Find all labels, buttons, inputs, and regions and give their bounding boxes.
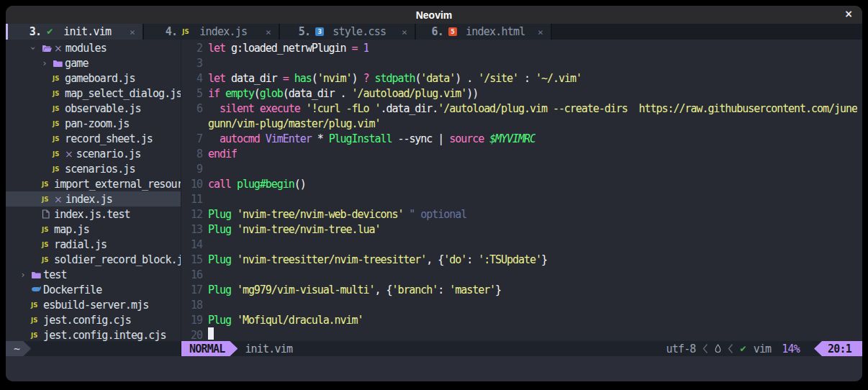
tab-close-icon[interactable]: × — [538, 27, 543, 37]
code-line[interactable]: 3 — [181, 55, 862, 71]
line-number: 9 — [181, 163, 208, 176]
folder-open-icon — [42, 44, 53, 53]
code-line[interactable]: 13 Plug 'nvim-tree/nvim-tree.lua' — [181, 222, 862, 237]
tree-item-Dockerfile[interactable]: Dockerfile — [6, 282, 181, 297]
tree-item-label: map.js — [54, 223, 89, 236]
tree-item-test[interactable]: › test — [6, 267, 181, 282]
separator-slot-1 — [702, 343, 708, 354]
git-status-badge: × — [65, 148, 73, 160]
tree-item-record_sheet.js[interactable]: JS record_sheet.js — [6, 131, 181, 146]
code-line[interactable]: 15 Plug 'nvim-treesitter/nvim-treesitter… — [181, 252, 862, 267]
line-number: 14 — [181, 238, 208, 251]
tree-item-label: gameboard.js — [65, 72, 135, 85]
code-text: Plug 'nvim-tree/nvim-tree.lua' — [208, 223, 380, 236]
javascript-icon: JS — [53, 120, 59, 127]
code-text: Plug 'Mofiqul/dracula.nvim' — [208, 314, 363, 327]
line-number: 17 — [181, 284, 208, 296]
code-line[interactable]: 11 — [181, 191, 862, 207]
code-line[interactable]: 6 silent execute '!curl -fLo '.data_dir.… — [181, 101, 862, 116]
tree-item-map_select_dialog.js[interactable]: JS map_select_dialog.js — [6, 86, 181, 101]
code-text: Plug 'nvim-tree/nvim-web-devicons' " opt… — [208, 208, 466, 221]
line-number: 18 — [181, 299, 208, 312]
code-line[interactable]: 2 let g:loaded_netrwPlugin = 1 — [181, 40, 862, 55]
code-text: endif — [208, 148, 237, 160]
line-number: 10 — [181, 178, 208, 191]
line-number: 3 — [181, 57, 208, 70]
tree-item-label: radial.js — [54, 238, 107, 251]
tree-item-label: record_sheet.js — [65, 132, 153, 145]
code-line[interactable]: 8 endif — [181, 146, 862, 161]
git-status-badge: × — [54, 42, 62, 54]
status-line: ~ NORMAL init.vim utf-8 ✔ vim 14% 20:1 — [6, 341, 862, 356]
line-number: 2 — [181, 42, 208, 55]
tree-item-observable.js[interactable]: JS observable.js — [6, 101, 181, 116]
code-line[interactable]: 16 — [181, 267, 862, 282]
code-line[interactable]: 14 — [181, 237, 862, 252]
tree-item-scenario.js[interactable]: JS ×scenario.js — [6, 146, 181, 161]
tree-item-gameboard.js[interactable]: JS gameboard.js — [6, 71, 181, 86]
tab-index.js[interactable]: 4. JS index.js × — [144, 24, 280, 40]
scroll-progress: 14% — [782, 343, 800, 355]
tree-item-label: scenario.js — [76, 148, 140, 160]
tree-item-jest.config.cjs[interactable]: JS jest.config.cjs — [6, 312, 181, 327]
code-line[interactable]: 9 — [181, 161, 862, 176]
tab-close-icon[interactable]: × — [266, 27, 271, 37]
javascript-icon: JS — [53, 90, 59, 97]
tree-item-label: pan-zoom.js — [65, 117, 129, 130]
status-filename: init.vim — [245, 341, 292, 356]
tree-item-esbuild-server.mjs[interactable]: JS esbuild-server.mjs — [6, 297, 181, 312]
tree-item-import_external_resour[interactable]: JS import_external_resour — [6, 176, 181, 191]
code-line[interactable]: 4 let data_dir = has('nvim') ? stdpath('… — [181, 71, 862, 86]
command-line-area[interactable] — [6, 356, 862, 381]
file-type-icon-slot — [31, 286, 43, 294]
code-line[interactable]: 5 if empty(glob(data_dir . '/autoload/pl… — [181, 86, 862, 101]
line-number: 20 — [181, 329, 208, 342]
code-line[interactable]: 7 autocmd VimEnter * PlugInstall --sync … — [181, 131, 862, 146]
code-line[interactable]: 19 Plug 'Mofiqul/dracula.nvim' — [181, 312, 862, 327]
tab-close-icon[interactable]: × — [402, 27, 407, 37]
code-text: call plug#begin() — [208, 178, 306, 191]
tree-item-radial.js[interactable]: JS radial.js — [6, 237, 181, 252]
javascript-icon: JS — [31, 317, 37, 324]
file-type-icon-slot: JS — [42, 181, 54, 188]
tree-item-jest.config.integ.cjs[interactable]: JS jest.config.integ.cjs — [6, 327, 181, 341]
code-text: silent execute '!curl -fLo '.data_dir.'/… — [208, 102, 857, 115]
code-line[interactable]: 18 — [181, 297, 862, 312]
folder-icon — [53, 59, 63, 68]
tab-bar-tabs: 3. ✔ init.vim × 4. JS index.js × 5. 3 st… — [8, 24, 552, 40]
tree-item-scenarios.js[interactable]: JS scenarios.js — [6, 161, 181, 176]
code-line[interactable]: 10 call plug#begin() — [181, 176, 862, 191]
code-line[interactable]: 12 Plug 'nvim-tree/nvim-web-devicons' " … — [181, 207, 862, 222]
tab-icon-slot: 3 — [315, 27, 327, 36]
javascript-icon: JS — [42, 181, 48, 188]
line-number: 12 — [181, 208, 208, 221]
tab-index.html[interactable]: 6. 5 index.html × — [416, 24, 552, 40]
tab-init.vim[interactable]: 3. ✔ init.vim × — [8, 24, 144, 40]
text-cursor — [208, 327, 214, 340]
tree-item-pan-zoom.js[interactable]: JS pan-zoom.js — [6, 116, 181, 131]
tree-item-game[interactable]: › game — [6, 55, 181, 71]
tree-item-label: scenarios.js — [65, 163, 135, 176]
tree-item-label: jest.config.cjs — [43, 314, 131, 327]
line-number: 6 — [181, 102, 208, 115]
file-tree-sidebar[interactable]: › ×modules › game JS gameboard.js JS map… — [6, 40, 181, 341]
tab-close-icon[interactable]: × — [130, 27, 135, 37]
tab-style.css[interactable]: 5. 3 style.css × — [280, 24, 416, 40]
tab-bar: 3. ✔ init.vim × 4. JS index.js × 5. 3 st… — [6, 24, 862, 40]
code-line[interactable]: gunn/vim-plug/master/plug.vim' — [181, 116, 862, 131]
tree-item-index.js.test[interactable]: index.js.test — [6, 207, 181, 222]
javascript-icon: JS — [42, 226, 48, 233]
close-window-icon[interactable]: × — [844, 8, 853, 19]
code-line[interactable]: 20 — [181, 327, 862, 341]
cursor-position: 20:1 — [814, 341, 862, 356]
vim-icon: ✔ — [46, 27, 53, 37]
code-line[interactable]: 17 Plug 'mg979/vim-visual-multi', {'bran… — [181, 282, 862, 297]
tree-item-map.js[interactable]: JS map.js — [6, 222, 181, 237]
tree-item-modules[interactable]: › ×modules — [6, 40, 181, 55]
tree-item-soldier_record_block.j[interactable]: JS soldier_record_block.j — [6, 252, 181, 267]
tree-item-label: index.js — [65, 193, 112, 206]
tree-item-index.js[interactable]: JS ×index.js — [6, 191, 181, 207]
editor-pane[interactable]: 2 let g:loaded_netrwPlugin = 1 3 4 let d… — [181, 40, 862, 341]
mode-indicator: NORMAL — [181, 341, 238, 356]
tab-label: style.css — [333, 25, 396, 38]
